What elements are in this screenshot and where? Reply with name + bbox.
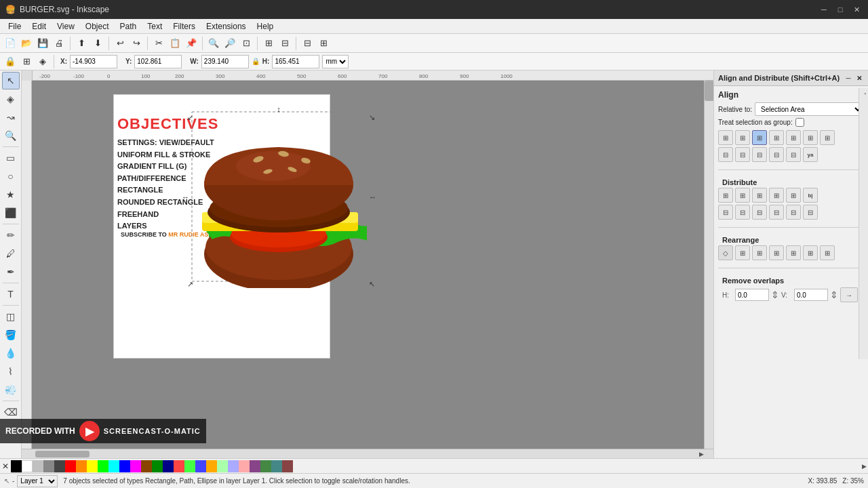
color-lightred[interactable] [174, 460, 184, 472]
color-gray3[interactable] [54, 460, 65, 472]
align-right-anchor-button[interactable]: ⊞ [786, 130, 801, 145]
color-maroon[interactable] [282, 460, 293, 472]
menu-edit[interactable]: Edit [26, 20, 52, 33]
rearrange-4-button[interactable]: ⊞ [769, 245, 784, 260]
star-tool[interactable]: ★ [2, 186, 20, 203]
pen-tool[interactable]: 🖊 [2, 245, 20, 262]
color-blue[interactable] [119, 460, 130, 472]
rearrange-2-button[interactable]: ⊞ [735, 245, 750, 260]
fill-tool[interactable]: 🪣 [2, 326, 20, 344]
h-overlap-input[interactable] [735, 289, 769, 301]
calligraphy-tool[interactable]: ✒ [2, 263, 20, 281]
horizontal-scrollbar[interactable]: ▶ [22, 449, 713, 458]
align-left-edge-button[interactable]: ⊞ [718, 130, 733, 145]
node-tool[interactable]: ◈ [2, 90, 20, 108]
color-black[interactable] [11, 460, 22, 472]
align-last-button[interactable]: ⊞ [820, 130, 835, 145]
snap-grid-button[interactable]: ⊞ [19, 54, 34, 69]
color-pink[interactable] [239, 460, 250, 472]
print-button[interactable]: 🖨 [52, 36, 66, 51]
color-gray2[interactable] [43, 460, 54, 472]
align-top-edge-button[interactable]: ⊟ [718, 147, 733, 162]
menu-help[interactable]: Help [252, 20, 279, 33]
new-button[interactable]: 📄 [3, 36, 18, 51]
select-tool[interactable]: ↖ [2, 72, 20, 89]
dist-gap-h-button[interactable]: ⊞ [769, 188, 784, 203]
color-white[interactable] [22, 460, 33, 472]
rearrange-7-button[interactable]: ⊞ [820, 245, 835, 260]
align-bottom-edge-button[interactable]: ⊟ [752, 147, 767, 162]
apply-overlaps-button[interactable]: → [840, 287, 858, 302]
color-gray1[interactable] [33, 460, 43, 472]
color-green[interactable] [98, 460, 108, 472]
zoom-tool[interactable]: 🔍 [2, 127, 20, 144]
dist-gap-v-button[interactable]: ⊟ [769, 205, 784, 220]
align-left-anchor-button[interactable]: ⊞ [769, 130, 784, 145]
rearrange-3-button[interactable]: ⊞ [752, 245, 767, 260]
unit-select[interactable]: mmpxcmin [322, 55, 349, 68]
color-purple[interactable] [250, 460, 260, 472]
eyedropper-tool[interactable]: 💧 [2, 344, 20, 362]
color-cyan[interactable] [108, 460, 119, 472]
align-center-v-button[interactable]: ⊟ [735, 147, 750, 162]
panel-minimize-button[interactable]: ─ [844, 73, 853, 83]
dist-gap-h2-button[interactable]: ⊞ [786, 188, 801, 203]
x-input[interactable] [70, 55, 117, 68]
snap-node-button[interactable]: ◈ [35, 54, 50, 69]
zoom-out-button[interactable]: 🔎 [222, 36, 237, 51]
align-bottom-anchor-button[interactable]: ⊟ [786, 147, 801, 162]
v-overlap-input[interactable] [794, 289, 828, 301]
transform-button[interactable]: ⊞ [316, 36, 331, 51]
vscroll-thumb[interactable] [705, 81, 713, 101]
color-lightgreen[interactable] [184, 460, 195, 472]
3d-tool[interactable]: ⬛ [2, 204, 20, 222]
color-teal[interactable] [271, 460, 282, 472]
dist-left-button[interactable]: ⊞ [718, 188, 733, 203]
save-button[interactable]: 💾 [35, 36, 50, 51]
menu-view[interactable]: View [52, 20, 80, 33]
tweak-tool[interactable]: ↝ [2, 108, 20, 126]
color-amber[interactable] [206, 460, 217, 472]
no-color-swatch[interactable]: ✕ [0, 460, 11, 472]
color-brown[interactable] [141, 460, 152, 472]
vertical-scrollbar[interactable] [704, 81, 713, 449]
menu-object[interactable]: Object [80, 20, 115, 33]
circle-tool[interactable]: ○ [2, 167, 20, 185]
dist-top-button[interactable]: ⊟ [718, 205, 733, 220]
align-top-anchor-button[interactable]: ⊟ [769, 147, 784, 162]
ungroup-button[interactable]: ⊟ [277, 36, 292, 51]
color-orange[interactable] [76, 460, 87, 472]
copy-button[interactable]: 📋 [167, 36, 182, 51]
dist-baseline-button[interactable]: b| [803, 188, 818, 203]
layer-select[interactable]: Layer 1 [17, 475, 58, 487]
minimize-button[interactable]: ─ [818, 3, 830, 16]
rect-tool[interactable]: ▭ [2, 149, 20, 167]
align-text-anchor-button[interactable]: ya [803, 147, 818, 162]
color-yellow[interactable] [87, 460, 98, 472]
color-magenta[interactable] [130, 460, 141, 472]
relative-to-select[interactable]: Selection Area First selected Last selec… [755, 102, 864, 116]
cut-button[interactable]: ✂ [151, 36, 166, 51]
open-button[interactable]: 📂 [19, 36, 34, 51]
align-baseline-button[interactable]: ⊞ [803, 130, 818, 145]
palette-scroll-right[interactable]: ▶ [862, 463, 867, 470]
zoom-fit-button[interactable]: ⊡ [239, 36, 254, 51]
gradient-tool[interactable]: ◫ [2, 308, 20, 325]
dist-center-v-button[interactable]: ⊟ [735, 205, 750, 220]
menu-filters[interactable]: Filters [167, 20, 201, 33]
align-button[interactable]: ⊟ [300, 36, 315, 51]
color-red[interactable] [65, 460, 76, 472]
dist-extra-button[interactable]: ⊟ [803, 205, 818, 220]
color-paleblue[interactable] [228, 460, 239, 472]
dist-bottom-button[interactable]: ⊟ [752, 205, 767, 220]
menu-file[interactable]: File [3, 20, 26, 33]
rearrange-6-button[interactable]: ⊞ [803, 245, 818, 260]
menu-text[interactable]: Text [142, 20, 167, 33]
pencil-tool[interactable]: ✏ [2, 226, 20, 244]
rearrange-5-button[interactable]: ⊞ [786, 245, 801, 260]
maximize-button[interactable]: □ [834, 3, 846, 16]
redo-button[interactable]: ↪ [129, 36, 144, 51]
h-input[interactable] [272, 55, 319, 68]
v-overlap-spinner[interactable]: ⇕ [830, 289, 838, 300]
color-darkblue[interactable] [163, 460, 174, 472]
